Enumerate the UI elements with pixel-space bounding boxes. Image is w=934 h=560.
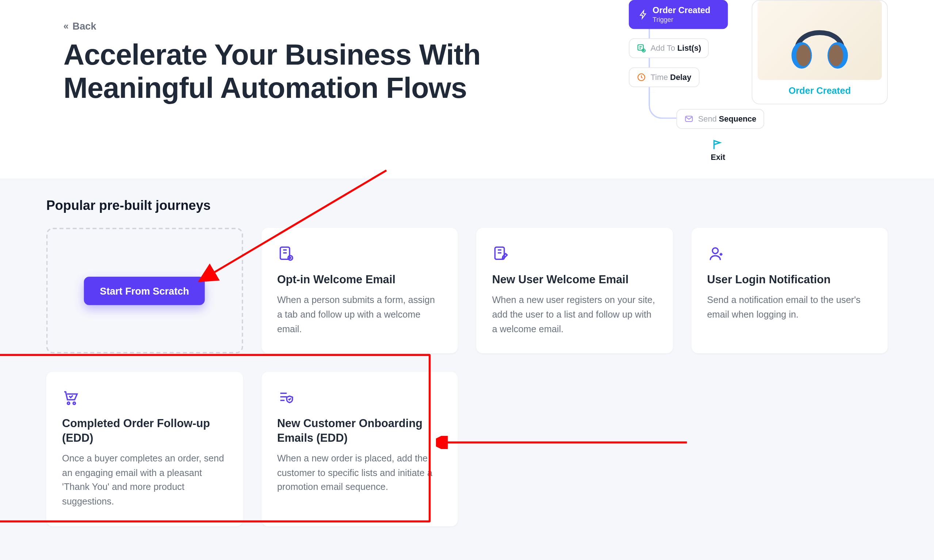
list-add-icon (637, 44, 646, 53)
clock-icon (637, 73, 646, 82)
flow-node-trigger: Order Created Trigger (629, 0, 728, 29)
journey-card-login[interactable]: User Login Notification Send a notificat… (691, 228, 888, 353)
journey-card-onboarding[interactable]: New Customer Onboarding Emails (EDD) Whe… (261, 372, 457, 526)
card-title: New User Welcome Email (492, 273, 657, 286)
user-login-icon (707, 245, 725, 262)
page-title: Accelerate Your Business With Meaningful… (63, 38, 486, 105)
product-label: Order Created (752, 85, 887, 95)
product-preview-card: Order Created (752, 0, 888, 105)
flow-seq-bold: Sequence (719, 114, 757, 123)
flow-seq-prefix: Send (698, 114, 719, 123)
card-title: Completed Order Follow-up (EDD) (62, 417, 227, 445)
flow-node-delay: Time Delay (629, 68, 699, 87)
journey-card-new-user[interactable]: New User Welcome Email When a new user r… (476, 228, 672, 353)
flow-trigger-sub: Trigger (652, 16, 710, 23)
flow-node-sequence: Send Sequence (676, 109, 764, 129)
flow-diagram: Order Created Trigger Add To List(s) (624, 0, 888, 172)
svg-point-5 (796, 45, 811, 66)
list-shield-icon (277, 389, 294, 406)
card-desc: When a new user registers on your site, … (492, 294, 657, 337)
card-title: New Customer Onboarding Emails (EDD) (277, 417, 442, 445)
flow-addlist-prefix: Add To (651, 44, 677, 53)
svg-point-13 (712, 248, 718, 254)
card-desc: Send a notification email to the user's … (707, 294, 872, 322)
svg-point-7 (829, 45, 843, 66)
flag-icon (712, 139, 724, 151)
start-from-scratch-card[interactable]: Start From Scratch (46, 228, 243, 353)
mail-icon (684, 114, 693, 123)
svg-point-15 (73, 402, 75, 405)
card-desc: When a person submits a form, assign a t… (277, 294, 442, 337)
lightning-icon (639, 10, 648, 19)
journey-card-optin[interactable]: Opt-in Welcome Email When a person submi… (261, 228, 457, 353)
chevron-left-double-icon: « (63, 20, 66, 31)
card-title: Opt-in Welcome Email (277, 273, 442, 286)
journey-card-completed-order[interactable]: Completed Order Follow-up (EDD) Once a b… (46, 372, 243, 526)
document-edit-icon (492, 245, 509, 262)
card-title: User Login Notification (707, 273, 872, 286)
product-image (758, 1, 882, 80)
flow-exit-node: Exit (711, 139, 725, 162)
section-heading: Popular pre-built journeys (46, 198, 888, 214)
svg-point-14 (68, 402, 70, 405)
flow-delay-prefix: Time (651, 73, 670, 82)
flow-delay-bold: Delay (670, 73, 691, 82)
card-desc: When a new order is placed, add the cust… (277, 452, 442, 495)
cart-check-icon (62, 389, 79, 406)
back-label: Back (73, 20, 96, 31)
start-from-scratch-button[interactable]: Start From Scratch (84, 276, 205, 305)
flow-exit-label: Exit (711, 152, 725, 162)
back-button[interactable]: « Back (63, 20, 96, 31)
form-user-icon (277, 245, 294, 262)
flow-node-add-list: Add To List(s) (629, 39, 709, 58)
card-desc: Once a buyer completes an order, send an… (62, 452, 227, 509)
flow-addlist-bold: List(s) (677, 44, 701, 53)
headphone-icon (783, 9, 856, 75)
flow-trigger-label: Order Created (652, 6, 710, 16)
